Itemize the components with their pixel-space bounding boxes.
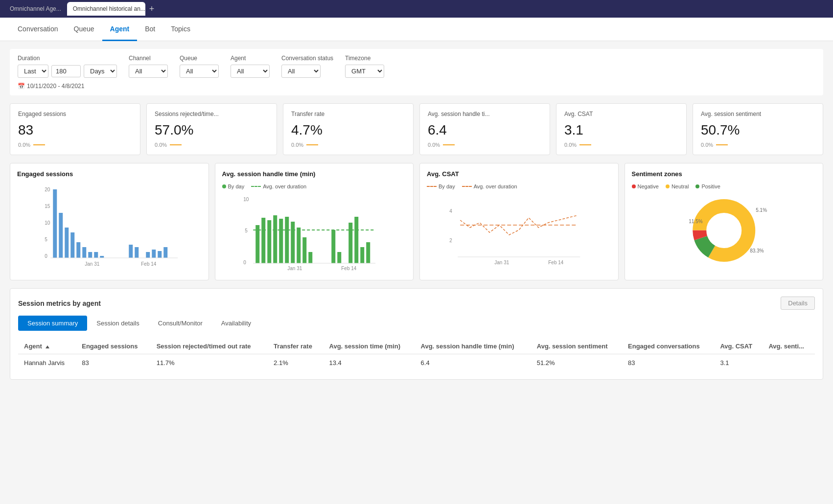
kpi-avg-csat-title: Avg. CSAT	[564, 111, 678, 117]
svg-rect-11	[88, 252, 92, 258]
date-range: 📅 10/11/2020 - 4/8/2021	[18, 83, 117, 90]
engaged-sessions-chart: Engaged sessions 20 15 10 5 0	[10, 163, 209, 280]
channel-select[interactable]: All	[129, 65, 168, 78]
browser-tab-bar: Omnichannel Age... Omnichannel historica…	[0, 0, 833, 18]
kpi-transfer-rate-value: 4.7%	[291, 122, 405, 138]
sentiment-negative-legend: Negative	[632, 183, 659, 189]
browser-tab-1-label: Omnichannel Age...	[10, 5, 61, 12]
table-row: Hannah Jarvis 83 11.7% 2.1% 13.4 6.4 51.…	[18, 354, 815, 372]
queue-select[interactable]: All	[180, 65, 219, 78]
kpi-engaged-sessions-value: 83	[18, 122, 132, 138]
svg-rect-28	[267, 220, 271, 263]
nav-tab-bot[interactable]: Bot	[137, 18, 163, 41]
csat-legend-avg-duration: Avg. over duration	[462, 183, 517, 189]
kpi-sessions-rejected-title: Sessions rejected/time...	[155, 111, 269, 117]
svg-text:11.5%: 11.5%	[689, 219, 702, 224]
metrics-tab-summary[interactable]: Session summary	[18, 316, 87, 331]
legend-by-day: By day	[222, 183, 245, 189]
metrics-tab-details[interactable]: Session details	[87, 316, 148, 331]
svg-rect-30	[279, 219, 283, 263]
avg-handle-time-legend: By day Avg. over duration	[222, 183, 407, 189]
date-range-text: 10/11/2020 - 4/8/2021	[27, 83, 84, 90]
svg-text:Feb 14: Feb 14	[141, 261, 157, 267]
session-metrics-section: Session metrics by agent Details Session…	[10, 288, 823, 380]
nav-tab-agent[interactable]: Agent	[102, 18, 138, 41]
cell-agent: Hannah Jarvis	[18, 354, 76, 372]
add-tab-button[interactable]: +	[145, 4, 159, 14]
svg-text:0: 0	[45, 253, 47, 259]
browser-tab-2[interactable]: Omnichannel historical an... ✕	[67, 2, 145, 16]
sentiment-neutral-legend: Neutral	[666, 183, 689, 189]
svg-rect-14	[129, 245, 133, 258]
metrics-title: Session metrics by agent	[18, 299, 101, 307]
timezone-select[interactable]: GMT	[345, 65, 384, 78]
svg-text:4: 4	[449, 208, 452, 214]
svg-rect-19	[163, 247, 167, 258]
col-avg-handle-time: Avg. session handle time (min)	[415, 339, 531, 354]
kpi-engaged-sessions: Engaged sessions 83 0.0%	[10, 103, 140, 155]
sentiment-zones-chart: Sentiment zones Negative Neutral Posi	[625, 163, 824, 280]
kpi-bar	[33, 144, 45, 145]
svg-rect-17	[152, 250, 156, 258]
col-engaged-conversations: Engaged conversations	[622, 339, 714, 354]
conv-status-label: Conversation status	[281, 55, 333, 62]
cell-rejected-rate: 11.7%	[151, 354, 268, 372]
avg-duration-dash	[251, 186, 261, 187]
metrics-tab-availability[interactable]: Availability	[212, 316, 260, 331]
kpi-sessions-rejected-value: 57.0%	[155, 122, 269, 138]
svg-rect-26	[255, 225, 259, 263]
kpi-row: Engaged sessions 83 0.0% Sessions reject…	[10, 103, 823, 155]
kpi-avg-csat-value: 3.1	[564, 122, 678, 138]
agent-select[interactable]: All	[231, 65, 270, 78]
svg-text:2: 2	[449, 238, 452, 243]
metrics-tab-consult[interactable]: Consult/Monitor	[149, 316, 212, 331]
nav-tab-topics[interactable]: Topics	[163, 18, 198, 41]
duration-label: Duration	[18, 55, 117, 62]
svg-text:0: 0	[243, 260, 246, 265]
duration-filter: Duration Last Days 📅 10/11/2020 - 4/8/20…	[18, 55, 117, 90]
kpi-sessions-rejected-footer: 0.0%	[155, 142, 269, 148]
svg-text:5: 5	[245, 228, 248, 233]
kpi-sessions-rejected: Sessions rejected/time... 57.0% 0.0%	[146, 103, 277, 155]
kpi-transfer-rate-title: Transfer rate	[291, 111, 405, 117]
cell-avg-sentiment: 51.2%	[531, 354, 622, 372]
by-day-dot	[222, 184, 226, 188]
svg-text:5.1%: 5.1%	[756, 207, 767, 213]
conv-status-select[interactable]: All	[281, 65, 321, 78]
channel-label: Channel	[129, 55, 168, 62]
csat-legend-by-day: By day	[427, 183, 455, 189]
csat-avg-duration-dash	[462, 186, 472, 187]
agent-label: Agent	[231, 55, 270, 62]
svg-rect-33	[297, 228, 301, 263]
nav-tab-queue[interactable]: Queue	[66, 18, 102, 41]
queue-filter: Queue All	[180, 55, 219, 78]
svg-rect-5	[53, 189, 57, 258]
kpi-transfer-rate: Transfer rate 4.7% 0.0%	[283, 103, 414, 155]
agent-filter: Agent All	[231, 55, 270, 78]
avg-csat-chart: Avg. CSAT By day Avg. over duration	[419, 163, 619, 280]
svg-rect-37	[337, 252, 341, 263]
svg-rect-13	[100, 256, 104, 258]
browser-tab-1[interactable]: Omnichannel Age...	[4, 2, 67, 15]
svg-rect-35	[308, 252, 312, 263]
kpi-avg-csat-footer: 0.0%	[564, 142, 678, 148]
kpi-avg-handle-time: Avg. session handle ti... 6.4 0.0%	[419, 103, 550, 155]
kpi-delta: 0.0%	[18, 142, 30, 148]
sentiment-zones-title: Sentiment zones	[632, 170, 816, 178]
svg-text:5: 5	[45, 237, 47, 242]
svg-rect-40	[360, 247, 364, 263]
cell-avg-session-time: 13.4	[324, 354, 415, 372]
svg-text:10: 10	[243, 197, 249, 202]
duration-value-input[interactable]	[51, 65, 81, 77]
svg-text:10: 10	[45, 220, 50, 226]
nav-tab-conversation[interactable]: Conversation	[10, 18, 66, 41]
kpi-avg-sentiment: Avg. session sentiment 50.7% 0.0%	[693, 103, 823, 155]
svg-rect-15	[135, 247, 139, 258]
svg-rect-32	[291, 222, 295, 263]
col-agent: Agent	[18, 339, 76, 354]
duration-unit-select[interactable]: Days	[84, 65, 117, 78]
kpi-avg-sentiment-footer: 0.0%	[701, 142, 815, 148]
duration-prefix-select[interactable]: Last	[18, 65, 48, 78]
sort-icon[interactable]	[46, 345, 49, 348]
details-button[interactable]: Details	[781, 297, 815, 310]
